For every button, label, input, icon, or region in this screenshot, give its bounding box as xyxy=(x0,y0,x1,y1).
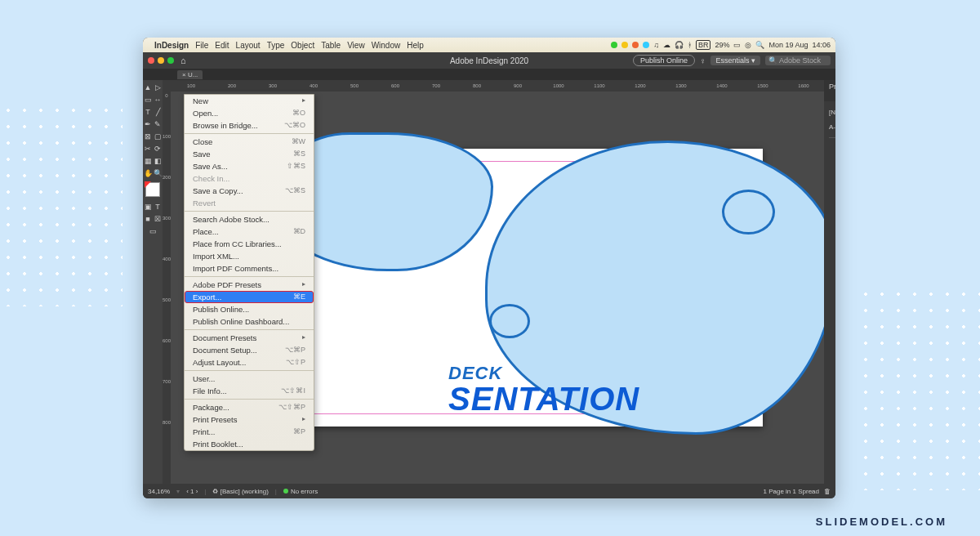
statusbar: 34,16% ▾ ‹ 1 › | ♻ [Basic] (working) | N… xyxy=(143,484,835,498)
file-menu-item[interactable]: Package...⌥⇧⌘P xyxy=(185,401,314,413)
shape-blob[interactable] xyxy=(722,190,775,234)
lightbulb-icon[interactable]: ♀ xyxy=(700,56,706,65)
file-menu-item[interactable]: Place...⌘D xyxy=(185,226,314,238)
screen-mode-icon[interactable]: ▭ xyxy=(143,226,163,237)
file-menu-item[interactable]: Import XML... xyxy=(185,250,314,262)
menu-layout[interactable]: Layout xyxy=(236,41,261,50)
file-menu-item[interactable]: Print...⌘P xyxy=(185,426,314,438)
menu-help[interactable]: Help xyxy=(407,41,424,50)
app-title: Adobe InDesign 2020 xyxy=(450,56,528,65)
selection-tool-icon[interactable]: ▲ xyxy=(143,82,153,93)
file-menu-item[interactable]: Place from CC Libraries... xyxy=(185,238,314,250)
file-menu-item[interactable]: Publish Online Dashboard... xyxy=(185,315,314,328)
window-controls[interactable] xyxy=(148,57,174,64)
file-menu-item[interactable]: Document Presets xyxy=(185,332,314,344)
file-menu-item[interactable]: Save a Copy...⌥⌘S xyxy=(185,185,314,197)
zoom-tool-icon[interactable]: 🔍 xyxy=(153,168,163,179)
app-window: InDesign File Edit Layout Type Object Ta… xyxy=(143,38,835,498)
tab-properties[interactable]: Properties xyxy=(824,80,835,101)
none-master-label[interactable]: [None] xyxy=(829,109,835,116)
date-text: Mon 19 Aug xyxy=(768,41,808,49)
right-panels: Properties Pages CC Librarie [None] A-Ma… xyxy=(824,80,835,484)
apply-color-icon[interactable]: ■ xyxy=(143,213,153,225)
fill-stroke-swatch[interactable] xyxy=(145,182,160,197)
headset-icon: 🎧 xyxy=(675,41,684,49)
gap-tool-icon[interactable]: ↔ xyxy=(153,94,163,105)
spotlight-icon[interactable]: 🔍 xyxy=(755,41,764,49)
menu-type[interactable]: Type xyxy=(267,41,285,50)
file-menu-item[interactable]: Print Presets xyxy=(185,413,314,426)
pencil-tool-icon[interactable]: ✎ xyxy=(153,118,163,130)
gradient-tool-icon[interactable]: ▦ xyxy=(143,155,153,167)
attribution-text: SLIDEMODEL.COM xyxy=(816,516,947,528)
file-menu-item[interactable]: New xyxy=(185,95,314,107)
file-menu-item: Check In... xyxy=(185,172,314,185)
file-menu-item[interactable]: Open...⌘O xyxy=(185,107,314,119)
rectangle-frame-tool-icon[interactable]: ⊠ xyxy=(143,131,153,142)
shape-blob[interactable] xyxy=(489,304,530,338)
file-menu-item[interactable]: Export...⌘E xyxy=(185,291,314,303)
document-page[interactable]: DECK SENTATION xyxy=(297,149,763,427)
spread-info: 1 Page in 1 Spread xyxy=(764,488,820,495)
home-icon[interactable]: ⌂ xyxy=(180,56,186,65)
cloud-icon: ☁ xyxy=(663,41,670,49)
menu-edit[interactable]: Edit xyxy=(215,41,229,50)
hand-tool-icon[interactable]: ✋ xyxy=(143,168,153,179)
menubar-status: ♫ ☁ 🎧 ᚼ BR 29% ▭ ◎ 🔍 Mon 19 Aug 14:06 xyxy=(611,40,831,50)
file-menu-item[interactable]: Print Booklet... xyxy=(185,438,314,450)
page-tool-icon[interactable]: ▭ xyxy=(143,94,153,105)
menu-window[interactable]: Window xyxy=(372,41,401,50)
mode-icon[interactable]: ▣ xyxy=(143,201,153,212)
direct-select-tool-icon[interactable]: ▷ xyxy=(153,82,163,93)
file-menu-item[interactable]: File Info...⌥⇧⌘I xyxy=(185,385,314,397)
file-menu-item[interactable]: Search Adobe Stock... xyxy=(185,213,314,226)
bluetooth-icon: ᚼ xyxy=(688,41,692,49)
document-tab[interactable]: × U... xyxy=(177,70,203,79)
battery-text: 29% xyxy=(715,41,729,49)
file-menu-item[interactable]: Close⌘W xyxy=(185,136,314,148)
type-tool-icon[interactable]: T xyxy=(143,106,153,118)
file-menu-item[interactable]: Document Setup...⌥⌘P xyxy=(185,344,314,356)
file-menu-item[interactable]: Browse in Bridge...⌥⌘O xyxy=(185,119,314,132)
file-menu-item[interactable]: Adjust Layout...⌥⇧P xyxy=(185,356,314,368)
publish-online-button[interactable]: Publish Online xyxy=(633,55,695,66)
apply-none-icon[interactable]: ☒ xyxy=(153,213,163,225)
scissors-tool-icon[interactable]: ✂ xyxy=(143,143,153,154)
text-frame[interactable]: SENTATION xyxy=(448,381,639,418)
swatch-tool-icon[interactable]: ◧ xyxy=(153,155,163,167)
time-text: 14:06 xyxy=(812,41,831,49)
a-master-label[interactable]: A-Master xyxy=(829,123,835,131)
search-input[interactable]: 🔍 Adobe Stock xyxy=(765,56,831,65)
page-nav[interactable]: ‹ 1 › xyxy=(186,488,198,495)
file-menu-item[interactable]: Publish Online... xyxy=(185,303,314,315)
lang-badge[interactable]: BR xyxy=(696,40,711,50)
transform-tool-icon[interactable]: ⟳ xyxy=(153,143,163,154)
line-tool-icon[interactable]: ╱ xyxy=(153,106,163,118)
pen-tool-icon[interactable]: ✒ xyxy=(143,118,153,130)
pages-panel: [None] A-Master 1 xyxy=(824,101,835,484)
wifi-icon: ◎ xyxy=(745,41,751,49)
file-menu-item[interactable]: Save As...⇧⌘S xyxy=(185,160,314,172)
menu-object[interactable]: Object xyxy=(291,41,314,50)
file-menu-item[interactable]: User... xyxy=(185,373,314,385)
main-area: ▲▷ ▭↔ T╱ ✒✎ ⊠▢ ✂⟳ ▦◧ ✋🔍 ▣T ■☒ ▭ 01002003… xyxy=(143,80,835,484)
file-menu-item[interactable]: Save⌘S xyxy=(185,148,314,160)
app-titlebar: ⌂ Adobe InDesign 2020 Publish Online ♀ E… xyxy=(143,52,835,69)
decorative-dots xyxy=(858,286,980,490)
trash-icon[interactable]: 🗑 xyxy=(824,488,831,495)
file-menu-item[interactable]: Adobe PDF Presets xyxy=(185,279,314,291)
file-menu-item[interactable]: Import PDF Comments... xyxy=(185,262,314,275)
menu-view[interactable]: View xyxy=(347,41,365,50)
profile-status[interactable]: ♻ [Basic] (working) xyxy=(212,488,268,495)
menu-file[interactable]: File xyxy=(195,41,208,50)
preflight-status[interactable]: No errors xyxy=(283,488,318,495)
rectangle-tool-icon[interactable]: ▢ xyxy=(153,131,163,142)
workspace-select[interactable]: Essentials ▾ xyxy=(710,56,760,65)
mode-icon[interactable]: T xyxy=(153,201,163,212)
zoom-level[interactable]: 34,16% xyxy=(148,488,170,495)
file-menu-dropdown: NewOpen...⌘OBrowse in Bridge...⌥⌘OClose⌘… xyxy=(184,94,314,451)
app-name[interactable]: InDesign xyxy=(154,41,189,50)
toolbox: ▲▷ ▭↔ T╱ ✒✎ ⊠▢ ✂⟳ ▦◧ ✋🔍 ▣T ■☒ ▭ xyxy=(143,80,163,484)
menu-table[interactable]: Table xyxy=(321,41,341,50)
battery-icon: ▭ xyxy=(733,41,741,49)
